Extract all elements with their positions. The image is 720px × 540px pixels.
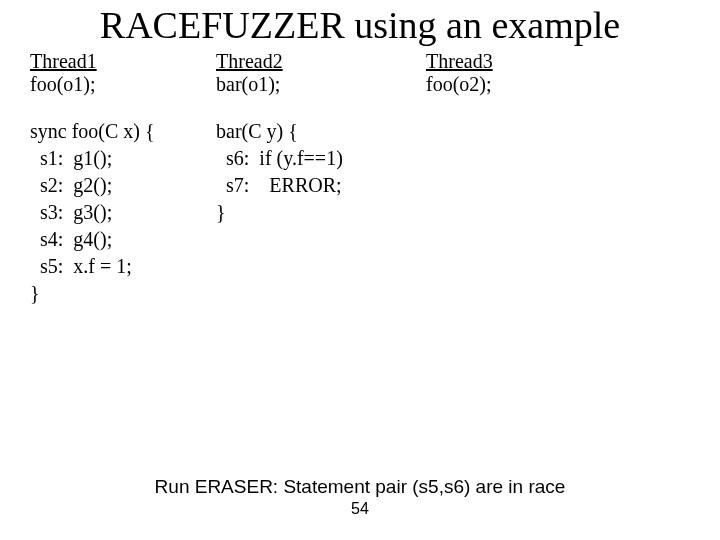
page-number: 54 bbox=[0, 500, 720, 518]
thread3-label: Thread3 bbox=[426, 50, 606, 73]
thread2-label: Thread2 bbox=[216, 50, 426, 73]
thread1-col: Thread1 foo(o1); bbox=[30, 50, 216, 96]
slide-title: RACEFUZZER using an example bbox=[18, 0, 702, 48]
thread1-call: foo(o1); bbox=[30, 73, 216, 96]
thread2-col: Thread2 bar(o1); bbox=[216, 50, 426, 96]
bar-code: bar(C y) { s6: if (y.f==1) s7: ERROR; } bbox=[216, 118, 426, 307]
thread3-col: Thread3 foo(o2); bbox=[426, 50, 606, 96]
thread-header-row: Thread1 foo(o1); Thread2 bar(o1); Thread… bbox=[0, 48, 720, 96]
thread3-call: foo(o2); bbox=[426, 73, 606, 96]
thread2-call: bar(o1); bbox=[216, 73, 426, 96]
foo-code: sync foo(C x) { s1: g1(); s2: g2(); s3: … bbox=[30, 118, 216, 307]
footer-note: Run ERASER: Statement pair (s5,s6) are i… bbox=[0, 476, 720, 498]
thread1-label: Thread1 bbox=[30, 50, 216, 73]
code-row: sync foo(C x) { s1: g1(); s2: g2(); s3: … bbox=[0, 96, 720, 307]
